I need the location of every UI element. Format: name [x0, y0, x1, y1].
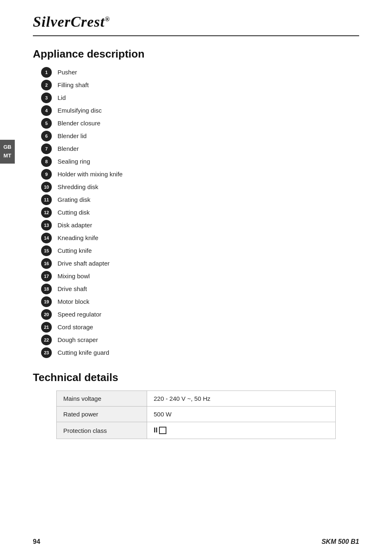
item-label: Mixing bowl [58, 272, 90, 281]
item-label: Blender [58, 144, 79, 154]
appliance-section-title: Appliance description [33, 48, 359, 60]
list-item: 12Cutting disk [41, 207, 359, 218]
tech-value: 500 W [147, 407, 336, 422]
list-item: 1Pusher [41, 67, 359, 78]
list-item: 13Disk adapter [41, 220, 359, 231]
technical-table: Mains voltage220 - 240 V ~, 50 HzRated p… [56, 391, 336, 439]
list-item: 10Shredding disk [41, 182, 359, 192]
item-number-badge: 8 [41, 156, 52, 167]
item-label: Motor block [58, 297, 90, 307]
protection-class-symbol: II [154, 426, 166, 435]
list-item: 2Filling shaft [41, 80, 359, 90]
table-row: Rated power500 W [57, 407, 336, 422]
list-item: 4Emulsifying disc [41, 105, 359, 116]
item-number-badge: 5 [41, 118, 52, 129]
item-label: Speed regulator [58, 310, 101, 319]
footer-model-number: SKM 500 B1 [321, 538, 359, 545]
tech-label: Mains voltage [57, 391, 147, 407]
tech-label: Rated power [57, 407, 147, 422]
footer: 94 SKM 500 B1 [33, 538, 359, 545]
list-item: 5Blender closure [41, 118, 359, 129]
footer-page-number: 94 [33, 538, 40, 545]
item-label: Cutting disk [58, 208, 90, 217]
list-item: 20Speed regulator [41, 309, 359, 320]
item-number-badge: 14 [41, 233, 52, 243]
table-row: Protection classII [57, 422, 336, 439]
item-number-badge: 1 [41, 67, 52, 78]
tech-label: Protection class [57, 422, 147, 439]
item-label: Blender closure [58, 119, 100, 128]
item-number-badge: 4 [41, 105, 52, 116]
language-tab: GB MT [0, 140, 15, 164]
item-label: Drive shaft [58, 284, 87, 294]
item-number-badge: 3 [41, 92, 52, 103]
list-item: 21Cord storage [41, 322, 359, 333]
tech-value: II [147, 422, 336, 439]
list-item: 23Cutting knife guard [41, 347, 359, 358]
protection-box-icon [159, 427, 166, 434]
item-number-badge: 10 [41, 182, 52, 192]
item-number-badge: 13 [41, 220, 52, 231]
technical-section-title: Technical details [33, 371, 359, 384]
list-item: 18Drive shaft [41, 284, 359, 294]
tech-value: 220 - 240 V ~, 50 Hz [147, 391, 336, 407]
item-label: Blender lid [58, 132, 87, 141]
list-item: 14Kneading knife [41, 233, 359, 243]
brand-logo: SilverCrest® [33, 14, 110, 30]
item-label: Filling shaft [58, 81, 89, 90]
item-number-badge: 2 [41, 80, 52, 90]
item-number-badge: 18 [41, 284, 52, 294]
list-item: 17Mixing bowl [41, 271, 359, 282]
list-item: 22Dough scraper [41, 335, 359, 345]
technical-details-section: Technical details Mains voltage220 - 240… [33, 371, 359, 439]
language-mt: MT [4, 153, 12, 159]
appliance-list: 1Pusher2Filling shaft3Lid4Emulsifying di… [33, 67, 359, 358]
item-label: Holder with mixing knife [58, 170, 122, 179]
list-item: 8Sealing ring [41, 156, 359, 167]
language-gb: GB [3, 144, 12, 150]
item-label: Dough scraper [58, 335, 98, 345]
item-label: Drive shaft adapter [58, 259, 110, 268]
list-item: 3Lid [41, 92, 359, 103]
item-label: Emulsifying disc [58, 106, 102, 116]
item-number-badge: 9 [41, 169, 52, 180]
item-number-badge: 15 [41, 245, 52, 256]
list-item: 7Blender [41, 143, 359, 154]
item-label: Grating disk [58, 195, 90, 205]
item-label: Pusher [58, 68, 77, 77]
list-item: 16Drive shaft adapter [41, 258, 359, 269]
list-item: 9Holder with mixing knife [41, 169, 359, 180]
list-item: 6Blender lid [41, 131, 359, 141]
item-label: Kneading knife [58, 233, 98, 243]
table-row: Mains voltage220 - 240 V ~, 50 Hz [57, 391, 336, 407]
appliance-description-section: Appliance description 1Pusher2Filling sh… [33, 48, 359, 358]
item-label: Cutting knife [58, 246, 92, 256]
item-number-badge: 12 [41, 207, 52, 218]
item-label: Shredding disk [58, 183, 98, 192]
item-number-badge: 23 [41, 347, 52, 358]
protection-lines-icon: II [154, 426, 157, 435]
item-number-badge: 19 [41, 296, 52, 307]
item-number-badge: 11 [41, 194, 52, 205]
list-item: 11Grating disk [41, 194, 359, 205]
item-label: Cutting knife guard [58, 348, 109, 358]
list-item: 19Motor block [41, 296, 359, 307]
item-number-badge: 22 [41, 335, 52, 345]
item-label: Lid [58, 93, 66, 103]
item-label: Cord storage [58, 323, 93, 332]
logo-section: SilverCrest® [33, 13, 359, 36]
list-item: 15Cutting knife [41, 245, 359, 256]
item-number-badge: 17 [41, 271, 52, 282]
item-number-badge: 20 [41, 309, 52, 320]
item-number-badge: 7 [41, 143, 52, 154]
item-number-badge: 16 [41, 258, 52, 269]
item-label: Disk adapter [58, 221, 92, 230]
item-number-badge: 6 [41, 131, 52, 141]
item-number-badge: 21 [41, 322, 52, 333]
item-label: Sealing ring [58, 157, 90, 166]
